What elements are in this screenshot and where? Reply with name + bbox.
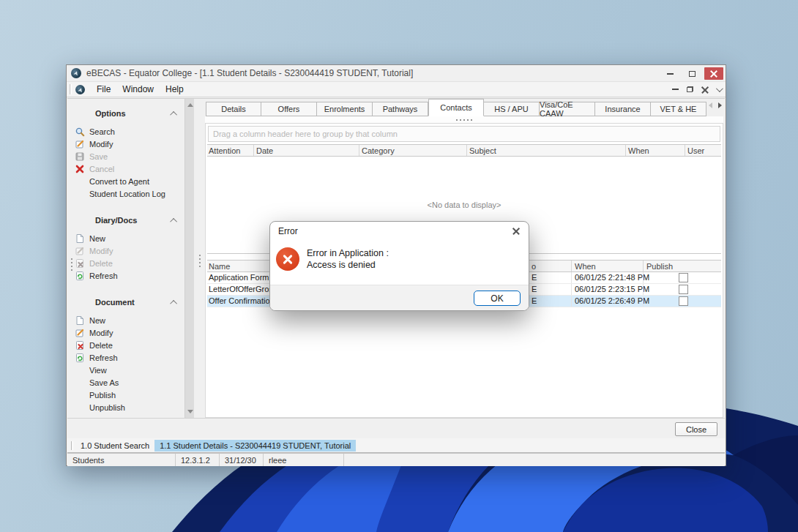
sidebar-item-convert-to-agent[interactable]: Convert to Agent <box>67 175 184 187</box>
scroll-up-icon[interactable] <box>187 103 193 107</box>
diary-grid-header: Attention Date Category Subject When Use… <box>207 144 721 157</box>
maximize-button[interactable] <box>682 67 701 80</box>
sidebar-item-search[interactable]: Search <box>67 125 184 138</box>
sidebar-section-options[interactable]: Options <box>95 108 177 119</box>
tab-enrolments[interactable]: Enrolments <box>317 102 373 116</box>
scroll-down-icon[interactable] <box>187 410 193 413</box>
mdi-restore-icon[interactable] <box>687 86 693 92</box>
sidebar-item-modify[interactable]: Modify <box>67 138 184 150</box>
mdi-minimize-icon[interactable] <box>672 89 679 90</box>
column-header-user[interactable]: User <box>687 146 704 155</box>
sidebar-item-label: Modify <box>89 329 113 337</box>
column-header-attention[interactable]: Attention <box>209 146 240 155</box>
publish-checkbox[interactable] <box>679 285 688 294</box>
sidebar-item-label: View <box>89 366 107 375</box>
status-version: 12.3.1.2 <box>176 454 220 466</box>
publish-checkbox[interactable] <box>679 296 688 306</box>
column-header-date[interactable]: Date <box>256 146 273 155</box>
column-header-subject[interactable]: Subject <box>469 146 496 155</box>
column-header-name[interactable]: Name <box>209 262 230 271</box>
close-window-button[interactable] <box>704 67 723 80</box>
tab-vet-he[interactable]: VET & HE <box>651 102 706 116</box>
menu-help[interactable]: Help <box>160 82 190 97</box>
ok-button[interactable]: OK <box>474 291 521 306</box>
status-bar: Students 12.3.1.2 31/12/30 rleee <box>67 453 725 466</box>
sidebar-item-diary-refresh[interactable]: Refresh <box>67 269 184 282</box>
menu-file[interactable]: File <box>91 82 116 97</box>
sidebar-item-label: Refresh <box>89 271 118 280</box>
sidebar-item-diary-modify[interactable]: Modify <box>67 244 184 257</box>
column-header-publish[interactable]: Publish <box>646 262 673 271</box>
sidebar-item-label: Refresh <box>89 353 118 362</box>
sidebar-item-label: Delete <box>89 259 113 268</box>
sidebar-item-doc-save-as[interactable]: Save As <box>67 376 184 389</box>
sidebar-item-student-location-log[interactable]: Student Location Log <box>67 187 184 200</box>
minimize-button[interactable] <box>660 67 679 80</box>
mdi-chevron-down-icon[interactable] <box>716 85 723 92</box>
status-module: Students <box>67 454 176 466</box>
sidebar-item-diary-delete[interactable]: Delete <box>67 257 184 269</box>
sidebar-item-label: Search <box>89 127 115 136</box>
dialog-close-button[interactable] <box>510 225 522 237</box>
section-title: Diary/Docs <box>95 216 172 225</box>
sidebar-item-doc-refresh[interactable]: Refresh <box>67 351 184 364</box>
doc-clipped-cell: E <box>532 285 537 293</box>
save-icon <box>75 151 85 162</box>
tab-pathways[interactable]: Pathways <box>373 102 428 116</box>
tab-offers[interactable]: Offers <box>261 102 317 116</box>
column-header-when[interactable]: When <box>575 262 596 271</box>
mdi-tab-student-details[interactable]: 1.1 Student Details - S230044419 STUDENT… <box>154 440 356 452</box>
dialog-title: Error <box>278 226 298 236</box>
tab-insurance[interactable]: Insurance <box>595 102 651 116</box>
tab-visa-coe-caaw[interactable]: Visa/CoE CAAW <box>540 102 595 116</box>
sidebar-scrollbar[interactable] <box>184 99 194 418</box>
mdi-tab-bar: 1.0 Student Search 1.1 Student Details -… <box>67 438 725 453</box>
error-dialog: Error Error in Application : Access is d… <box>269 221 529 311</box>
sidebar-item-save[interactable]: Save <box>67 150 184 162</box>
dialog-title-bar[interactable]: Error <box>270 222 529 241</box>
left-splitter-grip-icon[interactable] <box>71 258 72 273</box>
section-title: Document <box>95 298 172 307</box>
doc-when: 06/01/25 2:26:49 PM <box>575 296 649 305</box>
sidebar-item-doc-new[interactable]: New <box>67 314 184 326</box>
tab-scroll-left-icon[interactable] <box>709 102 712 108</box>
close-icon <box>710 70 717 78</box>
mdi-tab-student-search[interactable]: 1.0 Student Search <box>75 440 154 452</box>
tab-scroll-right-icon[interactable] <box>718 102 722 108</box>
sidebar-section-diary-docs[interactable]: Diary/Docs <box>95 214 177 226</box>
sidebar-item-doc-modify[interactable]: Modify <box>67 326 184 339</box>
modify-icon <box>75 246 85 256</box>
sidebar-item-label: Save As <box>89 378 119 387</box>
close-button[interactable]: Close <box>675 422 717 436</box>
sidebar-item-doc-unpublish[interactable]: Unpublish <box>67 401 184 413</box>
sidebar-item-diary-new[interactable]: New <box>67 232 184 244</box>
doc-when: 06/01/25 2:23:15 PM <box>575 285 649 293</box>
tab-hs-apu[interactable]: HS / APU <box>484 102 540 116</box>
doc-clipped-cell: E <box>532 273 537 282</box>
content-splitter-grip-icon[interactable] <box>199 255 201 269</box>
group-by-hint: Drag a column header here to group by th… <box>213 130 398 138</box>
title-bar[interactable]: eBECAS - Equator College - [1.1 Student … <box>67 65 726 81</box>
mdi-close-icon[interactable] <box>701 86 708 93</box>
mdi-child-icon[interactable] <box>75 85 85 94</box>
column-header-category[interactable]: Category <box>362 146 395 155</box>
publish-checkbox[interactable] <box>679 273 688 282</box>
menu-window[interactable]: Window <box>116 82 160 97</box>
section-title: Options <box>95 109 172 118</box>
sidebar: Options Search Modify Save Cancel <box>67 99 184 418</box>
group-by-panel[interactable]: Drag a column header here to group by th… <box>208 126 720 142</box>
tab-details[interactable]: Details <box>206 102 261 116</box>
sidebar-item-doc-delete[interactable]: Delete <box>67 339 184 351</box>
sidebar-section-document[interactable]: Document <box>95 296 177 308</box>
sidebar-item-doc-publish[interactable]: Publish <box>67 389 184 401</box>
tab-contacts[interactable]: Contacts <box>428 99 484 116</box>
sidebar-item-label: Delete <box>89 341 113 350</box>
new-icon <box>75 233 85 244</box>
window-title: eBECAS - Equator College - [1.1 Student … <box>86 68 413 78</box>
sidebar-item-doc-view[interactable]: View <box>67 364 184 376</box>
sidebar-item-label: Unpublish <box>89 403 125 412</box>
column-header-clipped[interactable]: o <box>532 262 536 271</box>
splitter-grip-icon[interactable] <box>205 116 723 124</box>
column-header-when[interactable]: When <box>628 146 649 155</box>
sidebar-item-cancel[interactable]: Cancel <box>67 162 184 175</box>
